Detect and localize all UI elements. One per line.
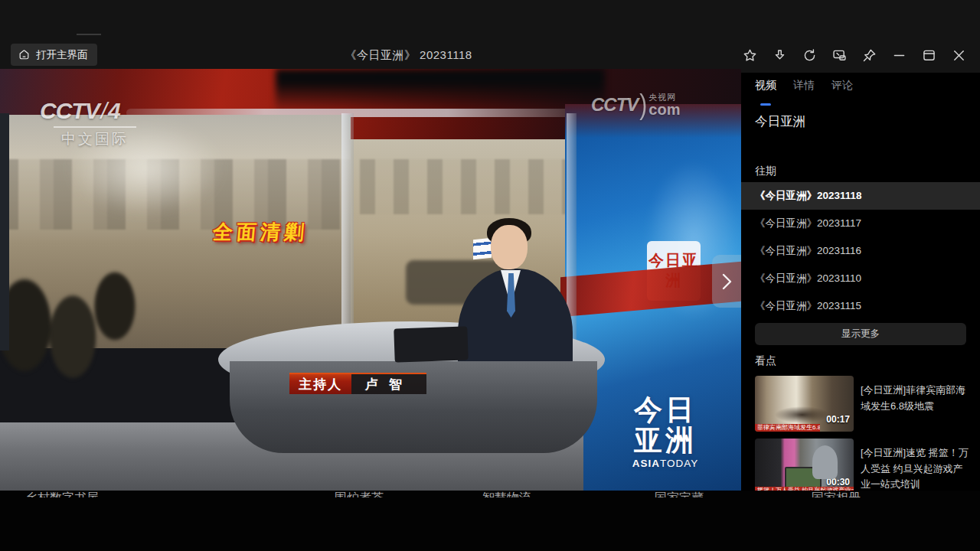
cctv4-brand: CCTV (40, 98, 100, 123)
ticker-item: 国家相册 (812, 491, 861, 497)
highlight-item[interactable]: 摇篮！万人受益 约旦兴起游戏产业一站式培训 00:30 [今日亚洲]速览 摇篮！… (755, 439, 969, 494)
tab-details[interactable]: 详情 (793, 79, 815, 99)
carousel-next-button[interactable] (712, 255, 741, 308)
thumbnail-caption-bar: 菲律宾南部海域发生6.8级地震 (755, 424, 820, 432)
maximize-icon (921, 47, 937, 64)
episode-item[interactable]: 《今日亚洲》20231115 (741, 292, 980, 320)
refresh-icon (802, 47, 818, 64)
highlights-header: 看点 (755, 354, 776, 368)
anchor-face (491, 225, 528, 269)
minimize-icon (891, 47, 907, 64)
top-divider-dash (77, 34, 101, 35)
episode-item-selected[interactable]: 《今日亚洲》20231118 (741, 182, 980, 210)
footage-buildings-center (360, 159, 578, 214)
episode-item[interactable]: 《今日亚洲》20231116 (741, 237, 980, 265)
highlight-item[interactable]: 菲律宾南部海域发生6.8级地震 00:17 [今日亚洲]菲律宾南部海域发生6.8… (755, 376, 969, 432)
maximize-button[interactable] (914, 44, 944, 67)
home-icon (18, 48, 31, 61)
picture-in-picture-button[interactable] (825, 44, 854, 67)
episode-item[interactable]: 《今日亚洲》20231117 (741, 210, 980, 237)
highlight-title: [今日亚洲]菲律宾南部海域发生6.8级地震 (861, 376, 969, 432)
cctv-com-watermark: CCTV ) 央视网 com (591, 92, 680, 118)
studio-ceiling-shadow (276, 69, 605, 113)
cctv4-channel-logo: CCTV/4 中文国际 (40, 98, 136, 149)
window-controls (735, 44, 974, 67)
duration-badge: 00:30 (826, 477, 850, 487)
news-anchor (458, 218, 574, 379)
episode-item[interactable]: 《今日亚洲》20231110 (741, 265, 980, 292)
chevron-right-icon (717, 270, 736, 293)
sidebar-tabs: 视频 详情 评论 (755, 79, 853, 99)
duration-badge: 00:17 (826, 414, 850, 425)
sidebar: 视频 详情 评论 今日亚洲 往期 《今日亚洲》20231118 《今日亚洲》20… (741, 73, 980, 491)
favorite-button[interactable] (735, 44, 765, 67)
minimize-button[interactable] (884, 44, 914, 67)
anchor-nametag: 主持人 卢智 (289, 373, 426, 394)
show-more-button[interactable]: 显示更多 (755, 323, 966, 345)
ticker-item: 乡村数字书屋 (25, 491, 99, 497)
star-icon (742, 47, 758, 64)
nametag-role: 主持人 (289, 374, 351, 394)
refresh-button[interactable] (795, 44, 825, 67)
nametag-name: 卢智 (351, 374, 426, 394)
highlight-thumbnail: 菲律宾南部海域发生6.8级地震 00:17 (755, 376, 854, 432)
pin-icon (861, 47, 877, 64)
picture-in-picture-icon (831, 47, 848, 64)
highlight-thumbnail: 摇篮！万人受益 约旦兴起游戏产业一站式培训 00:30 (755, 439, 854, 494)
tab-video[interactable]: 视频 (755, 79, 776, 99)
ticker-item: 国家宝藏 (655, 491, 704, 497)
ticker-item: 围炉煮茶 (335, 491, 384, 497)
studio-pillar (341, 113, 354, 350)
title-bar: 打开主界面 《今日亚洲》 20231118 (0, 0, 980, 73)
download-button[interactable] (765, 44, 795, 67)
video-player-frame[interactable]: 今日亚洲 CCTV/4 中文国际 CCTV ) 央视网 com 全面清剿 主持人… (0, 69, 741, 491)
desk-monitor (394, 326, 468, 362)
footage-soldiers (0, 245, 142, 398)
program-title: 今日亚洲 (755, 113, 805, 130)
asia-today-logo: 今日 亚洲 ASIATODAY (623, 395, 707, 469)
close-icon (951, 47, 967, 64)
past-episodes-header: 往期 (755, 165, 776, 178)
close-button[interactable] (944, 44, 974, 67)
on-screen-caption: 全面清剿 (211, 219, 309, 246)
studio-left-edge (0, 113, 9, 350)
window-title: 《今日亚洲》 20231118 (78, 48, 739, 63)
cctv4-subtitle: 中文国际 (54, 126, 136, 149)
bottom-ticker-strip: 乡村数字书屋 围炉煮茶 智慧物流 国家宝藏 国家相册 (0, 491, 980, 551)
pin-button[interactable] (854, 44, 884, 67)
highlight-title: [今日亚洲]速览 摇篮！万人受益 约旦兴起游戏产业一站式培训 (861, 439, 969, 494)
download-icon (772, 47, 788, 64)
tab-comments[interactable]: 评论 (831, 79, 853, 99)
ticker-item: 智慧物流 (482, 491, 531, 497)
episode-list: 《今日亚洲》20231118 《今日亚洲》20231117 《今日亚洲》2023… (741, 182, 980, 320)
